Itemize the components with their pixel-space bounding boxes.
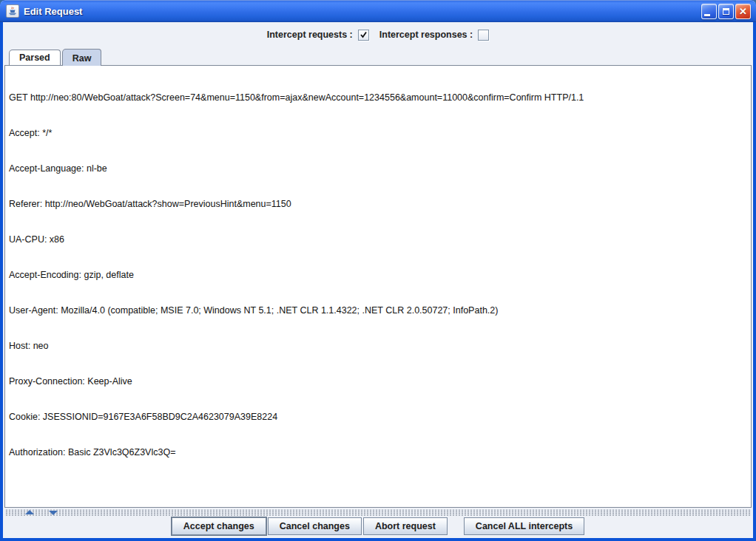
intercept-requests-group: Intercept requests : — [267, 30, 369, 41]
intercept-requests-checkbox[interactable] — [358, 30, 369, 41]
raw-request-line: Host: neo — [9, 340, 747, 352]
raw-request-line: Accept-Encoding: gzip, deflate — [9, 269, 747, 281]
raw-request-line: GET http://neo:80/WebGoat/attack?Screen=… — [9, 92, 747, 103]
window-title: Edit Request — [24, 6, 701, 17]
dialog-body: Intercept requests : Intercept responses… — [3, 22, 753, 538]
edit-request-window: Edit Request ✕ Intercept requests : — [0, 0, 756, 541]
intercept-options-row: Intercept requests : Intercept responses… — [3, 22, 753, 47]
minimize-icon — [704, 14, 710, 16]
raw-request-line: Proxy-Connection: Keep-Alive — [9, 375, 747, 387]
raw-request-line: Accept: */* — [9, 127, 747, 139]
intercept-responses-checkbox[interactable] — [478, 30, 489, 41]
raw-request-textarea[interactable]: GET http://neo:80/WebGoat/attack?Screen=… — [4, 65, 752, 508]
checkmark-icon — [360, 31, 368, 39]
close-button[interactable]: ✕ — [735, 4, 751, 19]
collapse-down-icon[interactable] — [49, 511, 58, 515]
raw-request-line: Cookie: JSESSIONID=9167E3A6F58BD9C2A4623… — [9, 411, 747, 423]
maximize-button[interactable] — [718, 4, 734, 19]
intercept-responses-group: Intercept responses : — [379, 30, 489, 41]
split-divider[interactable] — [4, 509, 752, 516]
raw-request-line: Authorization: Basic Z3Vlc3Q6Z3Vlc3Q= — [9, 446, 747, 458]
titlebar[interactable]: Edit Request ✕ — [0, 0, 756, 22]
tab-parsed[interactable]: Parsed — [9, 50, 61, 65]
raw-request-line: User-Agent: Mozilla/4.0 (compatible; MSI… — [9, 304, 747, 316]
tab-raw[interactable]: Raw — [62, 49, 102, 66]
java-app-icon — [6, 4, 19, 18]
close-icon: ✕ — [739, 7, 747, 16]
raw-request-line: UA-CPU: x86 — [9, 234, 747, 245]
accept-changes-button[interactable]: Accept changes — [172, 517, 266, 535]
collapse-up-icon[interactable] — [25, 510, 34, 514]
request-view-tabs: Parsed Raw — [3, 47, 753, 65]
intercept-requests-label: Intercept requests : — [267, 30, 353, 40]
intercept-responses-label: Intercept responses : — [379, 30, 473, 40]
minimize-button[interactable] — [701, 4, 717, 19]
abort-request-button[interactable]: Abort request — [363, 517, 448, 535]
action-button-row: Accept changes Cancel changes Abort requ… — [3, 516, 753, 538]
cancel-changes-button[interactable]: Cancel changes — [268, 517, 362, 535]
window-controls: ✕ — [701, 4, 751, 19]
raw-request-line: Referer: http://neo/WebGoat/attack?show=… — [9, 198, 747, 210]
maximize-icon — [723, 8, 729, 15]
cancel-all-intercepts-button[interactable]: Cancel ALL intercepts — [464, 517, 584, 535]
raw-request-line: Accept-Language: nl-be — [9, 163, 747, 174]
